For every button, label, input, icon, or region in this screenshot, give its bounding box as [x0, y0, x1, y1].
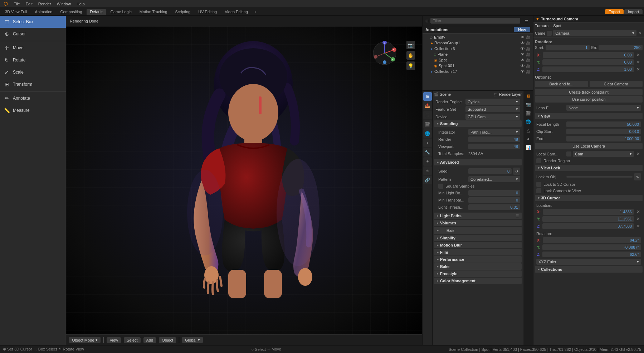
prop-tab-output[interactable]: 📤	[423, 101, 432, 110]
cam-icon-col17[interactable]: 🎥	[526, 70, 530, 74]
cursor3d-euler-dropdown[interactable]: XYZ Euler ▾	[536, 259, 641, 265]
rotate-view-btn[interactable]: ↻ Rotate View	[58, 347, 84, 352]
tool-select-box[interactable]: ⬚ Select Box	[0, 16, 66, 28]
tool-transform[interactable]: ⊞ Transform	[0, 78, 66, 90]
feature-set-dropdown[interactable]: Supported ▾	[465, 106, 520, 112]
cursor3d-y-reset[interactable]: ✕	[635, 217, 641, 222]
turnaround-spot-btn[interactable]: Spot	[553, 24, 561, 28]
select-btn[interactable]: ○ Select	[252, 347, 266, 352]
cam-icon-col6[interactable]: 🎥	[526, 47, 530, 51]
lens-e-dropdown[interactable]: None ▾	[566, 105, 641, 111]
annotations-new-btn[interactable]: New	[514, 27, 530, 32]
local-cam-checkbox[interactable]	[566, 151, 571, 156]
cursor3d-rx-value[interactable]: 84.2°	[543, 237, 641, 243]
axis-gizmo[interactable]: X Y Z	[372, 41, 397, 66]
eye-icon-spot[interactable]: 👁	[521, 58, 525, 62]
prop-tab-world[interactable]: 🌐	[423, 129, 432, 138]
light-paths-header[interactable]: ▸ Light Paths ☰	[434, 213, 522, 219]
render-engine-dropdown[interactable]: Cycles ▾	[465, 99, 520, 105]
clear-camera-btn[interactable]: Clear Camera	[590, 81, 643, 87]
prop-tab-physics[interactable]: ⚛	[423, 166, 432, 175]
tab-uv-editing[interactable]: UV Editing	[195, 9, 220, 15]
view-lock-header[interactable]: ▾ View Lock	[535, 165, 643, 171]
back-and-forth-btn[interactable]: Back and fo...	[535, 81, 588, 87]
outliner-item-collection17[interactable]: ▸ Collection 17 👁 🎥	[423, 69, 533, 74]
export-button[interactable]: Export	[605, 9, 624, 14]
add-menu-btn[interactable]: Add	[143, 337, 156, 343]
cursor3d-x-reset[interactable]: ✕	[635, 209, 641, 214]
eye-icon-col17[interactable]: 👁	[521, 69, 525, 74]
prop-tab-view-layer[interactable]: ⬚	[423, 111, 432, 119]
tab-video-editing[interactable]: Video Editing	[221, 9, 252, 15]
min-light-bo-value[interactable]: 0	[468, 190, 520, 196]
film-header[interactable]: ▸ Film	[434, 249, 522, 255]
outliner-item-collection6[interactable]: ▸ Collection 6 👁 🎥	[423, 46, 533, 51]
tab-scripting[interactable]: Scripting	[171, 9, 194, 15]
eye-icon-spot001[interactable]: 👁	[521, 64, 525, 68]
tool-annotate[interactable]: ✏ Annotate	[0, 92, 66, 104]
light-paths-menu[interactable]: ☰	[516, 214, 519, 218]
outliner-item-retopo[interactable]: ▸ RetopoGroup1 👁 🎥	[423, 40, 533, 46]
pattern-dropdown[interactable]: Correlated... ▾	[468, 176, 520, 182]
view-menu-btn[interactable]: View	[107, 337, 121, 343]
strip-world-icon[interactable]: 🌐	[525, 118, 532, 126]
local-cam-dropdown[interactable]: Cam ▾	[573, 151, 634, 157]
cursor3d-rz-value[interactable]: 62.6°	[542, 252, 641, 257]
import-button[interactable]: Import	[624, 9, 643, 14]
cam-icon-plane[interactable]: 🎥	[526, 53, 530, 56]
hair-header[interactable]: ▸ Hair	[434, 227, 522, 234]
hair-checkbox[interactable]	[440, 228, 445, 233]
eye-icon-empty[interactable]: 👁	[521, 35, 525, 39]
tab-animation[interactable]: Animation	[31, 9, 56, 15]
move-btn[interactable]: ✛ Move	[267, 347, 281, 352]
motion-blur-header[interactable]: ▸ Motion Blur	[434, 242, 522, 248]
performance-header[interactable]: ▸ Performance	[434, 256, 522, 263]
cam-icon-spot001[interactable]: 🎥	[526, 64, 530, 68]
cursor3d-y-value[interactable]: 11.1551	[542, 216, 634, 222]
strip-scene-icon[interactable]: 🎬	[525, 109, 532, 117]
tool-measure[interactable]: 📏 Measure	[0, 104, 66, 116]
set-3d-cursor-btn[interactable]: ⊕ Set 3D Cursor	[3, 347, 32, 352]
tab-add-button[interactable]: +	[252, 9, 259, 15]
tool-scale[interactable]: ⤢ Scale	[0, 66, 66, 78]
strip-data-icon[interactable]: 📊	[525, 144, 532, 151]
menu-render[interactable]: Render	[35, 1, 54, 7]
prop-tab-render[interactable]: 🖥	[423, 92, 432, 101]
menu-window[interactable]: Window	[54, 1, 74, 7]
tool-cursor[interactable]: ⊕ Cursor	[0, 28, 66, 40]
camera-close-btn[interactable]: ×	[638, 31, 643, 36]
menu-file[interactable]: File	[11, 1, 23, 7]
global-dropdown[interactable]: Global ▾	[182, 337, 203, 343]
cursor3d-x-value[interactable]: 1.4336	[543, 209, 634, 215]
cursor3d-ry-value[interactable]: -0.0887°	[542, 244, 641, 250]
tool-rotate[interactable]: ↻ Rotate	[0, 54, 66, 66]
strip-render-icon[interactable]: 🖥	[525, 92, 532, 100]
lock-to-3d-cursor-checkbox[interactable]	[536, 182, 541, 187]
cam-icon-retopo[interactable]: 🎥	[526, 41, 530, 45]
prop-tab-object[interactable]: ⚬	[423, 139, 432, 147]
hand-tool-btn[interactable]: ✋	[406, 51, 415, 60]
seed-value[interactable]: 0	[468, 168, 512, 174]
viewport[interactable]: Rendering Done	[66, 16, 422, 345]
local-cam-close[interactable]: ✕	[635, 151, 641, 156]
rot-z-value[interactable]: 1.00	[542, 66, 634, 72]
eye-icon-plane[interactable]: 👁	[521, 52, 525, 56]
menu-edit[interactable]: Edit	[23, 1, 35, 7]
render-samples-value[interactable]: 48	[468, 136, 520, 142]
prop-tab-particles[interactable]: ✦	[423, 157, 432, 166]
outliner-item-spot[interactable]: ◉ Spot 👁 🎥	[423, 57, 533, 63]
object-menu-btn[interactable]: Object	[159, 337, 176, 343]
lock-camera-to-view-checkbox[interactable]	[536, 188, 541, 193]
device-dropdown[interactable]: GPU Com... ▾	[465, 114, 520, 120]
shading-btn[interactable]: 💡	[406, 61, 415, 70]
tab-default[interactable]: Default	[87, 9, 106, 15]
lock-to-obj-value[interactable]	[566, 176, 633, 178]
create-track-constraint-btn[interactable]: Create track constraint	[535, 89, 643, 95]
rot-y-btn[interactable]: ✕	[635, 60, 641, 65]
render-layer-selector[interactable]: ⬚ RenderLayer	[494, 92, 522, 96]
use-local-camera-btn[interactable]: Use Local Camera	[535, 143, 643, 149]
tab-game-logic[interactable]: Game Logic	[107, 9, 135, 15]
rot-x-btn[interactable]: ✕	[635, 53, 641, 58]
light-thresh-value[interactable]: 0.01	[468, 204, 520, 210]
camera-name-dropdown[interactable]: Camera ▾	[553, 30, 636, 36]
